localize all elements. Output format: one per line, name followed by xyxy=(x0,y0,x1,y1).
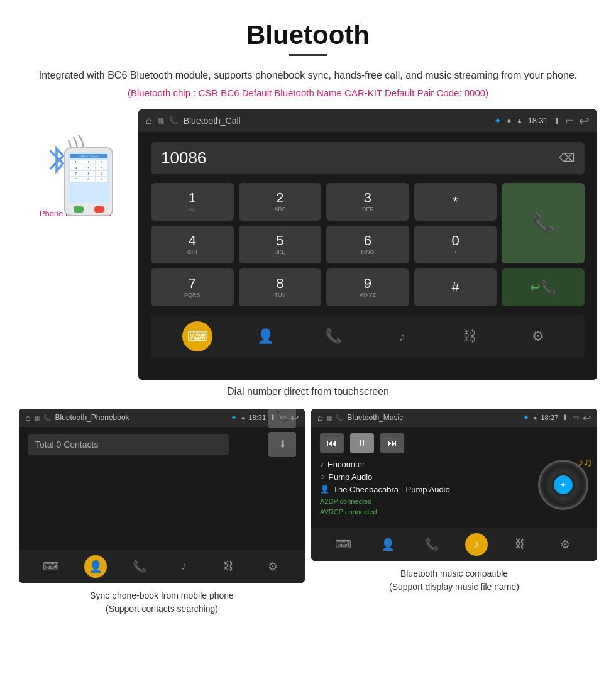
home-icon[interactable]: ⌂ xyxy=(146,115,152,126)
next-icon: ⏭ xyxy=(387,438,397,449)
pb-contact-btn[interactable]: 👤 xyxy=(84,555,107,578)
key-0[interactable]: 0 + xyxy=(414,226,497,263)
specs-text: (Bluetooth chip : CSR BC6 Default Blueto… xyxy=(0,87,616,98)
main-topbar: ⌂ ▦ 📞 Bluetooth_Call ✦ ● ▲ 18:31 ⬆ ▭ ↩ xyxy=(138,109,597,132)
key-hash[interactable]: # xyxy=(414,268,497,306)
music-icon: ♪ xyxy=(399,328,405,345)
back-icon-pb[interactable]: ↩ xyxy=(290,412,299,424)
key-9[interactable]: 9 WXYZ xyxy=(326,268,409,306)
pb-dial-btn[interactable]: ⌨ xyxy=(40,555,62,578)
signal-icon: ▲ xyxy=(517,117,523,124)
dialer-number-display: 10086 xyxy=(161,148,559,168)
key-4[interactable]: 4 GHI xyxy=(151,226,234,263)
expand-icon-music[interactable]: ⬆ xyxy=(562,413,568,422)
key-6[interactable]: 6 MNO xyxy=(326,226,409,263)
phonebook-body: 📞 ⬇ Total 0 Contacts xyxy=(19,427,305,544)
phonebook-download-btn[interactable]: ⬇ xyxy=(268,432,296,457)
phone-key: 1 xyxy=(70,160,82,165)
expand-icon[interactable]: ⬆ xyxy=(553,116,561,126)
phone-mockup: + Add to Contacts 1 2 3 4 5 6 7 8 9 * 0 … xyxy=(64,147,113,216)
main-toolbar: ⌨ 👤 📞 ♪ ⛓ ⚙ xyxy=(151,315,585,358)
time-display: 18:31 xyxy=(527,116,548,125)
mt-music-btn[interactable]: ♪ xyxy=(465,533,488,556)
phone-screen-header: + Add to Contacts xyxy=(70,154,107,158)
phone-small-icon: 📞 xyxy=(169,116,179,125)
link-toolbar-btn[interactable]: ⛓ xyxy=(454,321,485,351)
phone-screen: + Add to Contacts 1 2 3 4 5 6 7 8 9 * 0 … xyxy=(68,152,109,203)
phonebook-search-display[interactable]: Total 0 Contacts xyxy=(28,434,229,455)
home-icon-pb[interactable]: ⌂ xyxy=(25,412,30,423)
music-toolbar: ⌨ 👤 📞 ♪ ⛓ ⚙ xyxy=(311,528,597,561)
pb-phone-btn[interactable]: 📞 xyxy=(128,555,151,578)
dial-toolbar-btn[interactable]: ⌨ xyxy=(182,321,212,351)
mt-phone-icon: 📞 xyxy=(425,538,439,551)
key-7[interactable]: 7 PQRS xyxy=(151,268,234,306)
note-icon: ♪ xyxy=(320,460,324,468)
mt-settings-btn[interactable]: ⚙ xyxy=(554,533,576,556)
back-icon-music[interactable]: ↩ xyxy=(583,412,591,424)
next-btn[interactable]: ⏭ xyxy=(380,433,404,453)
key-5[interactable]: 5 JKL xyxy=(239,226,322,263)
music-notes-icon: ♪♫ xyxy=(578,456,593,469)
mt-link-btn[interactable]: ⛓ xyxy=(509,533,532,556)
mt-settings-icon: ⚙ xyxy=(560,538,570,551)
music-toolbar-btn[interactable]: ♪ xyxy=(387,321,417,351)
window-icon-music[interactable]: ▭ xyxy=(572,413,579,422)
phonebook-topbar-title: Bluetooth_Phonebook xyxy=(55,413,227,422)
backspace-button[interactable]: ⌫ xyxy=(559,151,575,165)
time-pb: 18:31 xyxy=(248,414,266,421)
topbar-title: Bluetooth_Call xyxy=(184,116,490,126)
contact-toolbar-btn[interactable]: 👤 xyxy=(250,321,280,351)
window-icon-pb[interactable]: ▭ xyxy=(280,413,287,422)
pb-music-icon: ♪ xyxy=(181,560,187,573)
menu-icon-pb: ▦ xyxy=(34,414,40,421)
mt-contact-btn[interactable]: 👤 xyxy=(377,533,399,556)
window-icon[interactable]: ▭ xyxy=(566,116,574,126)
key-8[interactable]: 8 TUV xyxy=(239,268,322,306)
prev-icon: ⏮ xyxy=(327,438,337,449)
phone-toolbar-btn[interactable]: 📞 xyxy=(319,321,349,351)
pb-link-icon: ⛓ xyxy=(223,560,234,573)
dot-icon-pb: ● xyxy=(241,414,245,421)
key-1[interactable]: 1 ○○ xyxy=(151,183,234,221)
keypad-grid: 1 ○○ 2 ABC 3 DEF * 📞 xyxy=(151,183,585,306)
bt-disc-symbol: ✦ xyxy=(559,480,567,490)
download-icon: ⬇ xyxy=(278,438,287,450)
phone-keypad: 1 2 3 4 5 6 7 8 9 * 0 # xyxy=(70,160,107,182)
pb-link-btn[interactable]: ⛓ xyxy=(217,555,239,578)
back-icon[interactable]: ↩ xyxy=(579,113,590,128)
wifi-icon: ● xyxy=(507,116,511,125)
bluetooth-phone-illustration: + Add to Contacts 1 2 3 4 5 6 7 8 9 * 0 … xyxy=(38,128,113,197)
pb-settings-btn[interactable]: ⚙ xyxy=(261,555,284,578)
home-icon-music[interactable]: ⌂ xyxy=(317,412,322,423)
dot-icon-music: ● xyxy=(533,414,537,421)
phone-key: 2 xyxy=(82,160,94,165)
pb-contact-icon: 👤 xyxy=(89,560,102,573)
link-icon: ⛓ xyxy=(463,328,476,345)
track-2-row: ○ Pump Audio xyxy=(320,472,532,482)
music-info-row: ♪ Encounter ○ Pump Audio 👤 The Cheebacab… xyxy=(320,460,588,516)
circle-icon: ○ xyxy=(320,472,324,481)
phonebook-empty-area xyxy=(28,461,296,536)
mt-phone-btn[interactable]: 📞 xyxy=(421,533,443,556)
play-btn[interactable]: ⏸ xyxy=(350,433,374,453)
track-3-name: The Cheebacabra - Pump Audio xyxy=(333,485,450,494)
settings-toolbar-btn[interactable]: ⚙ xyxy=(523,321,553,351)
dialer-input[interactable]: 10086 ⌫ xyxy=(151,142,585,174)
pb-music-btn[interactable]: ♪ xyxy=(173,555,195,578)
prev-btn[interactable]: ⏮ xyxy=(320,433,344,453)
key-star[interactable]: * xyxy=(414,183,497,221)
mt-dial-btn[interactable]: ⌨ xyxy=(332,533,355,556)
phone-key: 8 xyxy=(82,171,94,176)
key-2[interactable]: 2 ABC xyxy=(239,183,322,221)
call-icon: 📞 xyxy=(532,213,554,233)
dialer-area: 10086 ⌫ 1 ○○ 2 ABC 3 DEF * xyxy=(138,132,597,368)
call-button[interactable]: 📞 xyxy=(502,183,585,263)
phone-key: * xyxy=(70,177,82,182)
avrcp-status: AVRCP connected xyxy=(320,508,532,516)
expand-icon-pb[interactable]: ⬆ xyxy=(270,413,276,422)
recall-button[interactable]: ↩📞 xyxy=(502,268,585,306)
music-body: ⏮ ⏸ ⏭ ♪ Encounter xyxy=(311,427,597,522)
music-caption: Bluetooth music compatible (Support disp… xyxy=(389,567,519,594)
key-3[interactable]: 3 DEF xyxy=(326,183,409,221)
